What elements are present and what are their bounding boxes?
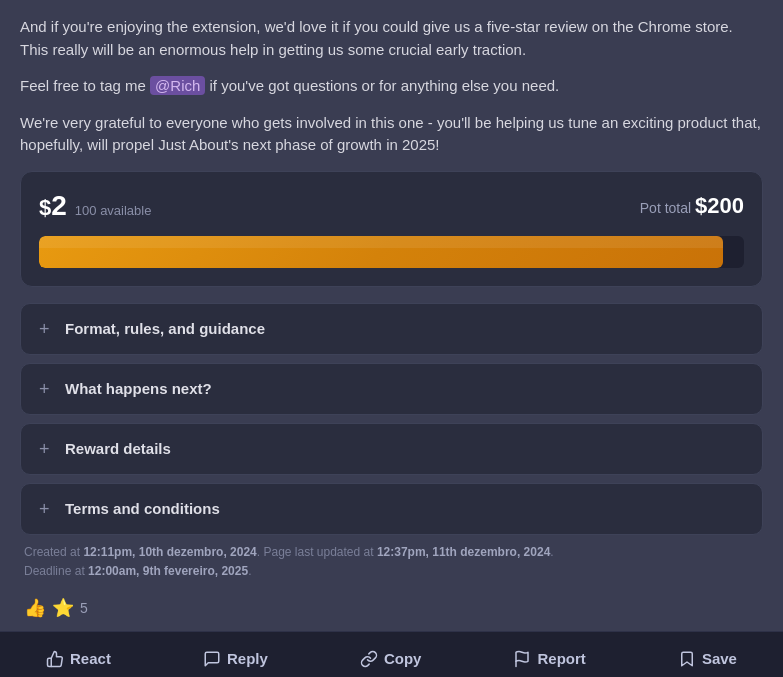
created-time: 12:11pm, 10th dezembro, 2024 bbox=[83, 545, 256, 559]
report-label: Report bbox=[537, 650, 585, 667]
accordion-item-reward[interactable]: + Reward details bbox=[20, 423, 763, 475]
bookmark-icon bbox=[678, 650, 696, 668]
pot-total-amount: $200 bbox=[695, 193, 744, 218]
reactions-row: 👍 ⭐ 5 bbox=[20, 593, 763, 631]
paragraph-2-post: if you've got questions or for anything … bbox=[205, 77, 559, 94]
mention-rich[interactable]: @Rich bbox=[150, 76, 205, 95]
meta-info: Created at 12:11pm, 10th dezembro, 2024.… bbox=[20, 543, 763, 581]
accordion-label-next: What happens next? bbox=[65, 380, 212, 397]
reaction-thumbsup[interactable]: 👍 bbox=[24, 597, 46, 619]
deadline-time: 12:00am, 9th fevereiro, 2025 bbox=[88, 564, 248, 578]
accordion-item-terms[interactable]: + Terms and conditions bbox=[20, 483, 763, 535]
plus-icon-next: + bbox=[39, 380, 55, 398]
accordion-section: + Format, rules, and guidance + What hap… bbox=[20, 303, 763, 535]
reply-label: Reply bbox=[227, 650, 268, 667]
react-label: React bbox=[70, 650, 111, 667]
report-button[interactable]: Report bbox=[501, 642, 597, 676]
main-content: And if you're enjoying the extension, we… bbox=[0, 0, 783, 631]
reaction-star[interactable]: ⭐ bbox=[52, 597, 74, 619]
plus-icon-terms: + bbox=[39, 500, 55, 518]
copy-button[interactable]: Copy bbox=[348, 642, 434, 676]
updated-time: 12:37pm, 11th dezembro, 2024 bbox=[377, 545, 550, 559]
plus-icon-format: + bbox=[39, 320, 55, 338]
reward-dollar-amount: $2 bbox=[39, 190, 67, 222]
progress-bar-container bbox=[39, 236, 744, 268]
link-icon bbox=[360, 650, 378, 668]
accordion-label-terms: Terms and conditions bbox=[65, 500, 220, 517]
reaction-count: 5 bbox=[80, 600, 88, 616]
copy-label: Copy bbox=[384, 650, 422, 667]
pot-total: Pot total $200 bbox=[640, 193, 744, 219]
react-button[interactable]: React bbox=[34, 642, 123, 676]
action-bar: React Reply Copy Report Save bbox=[0, 631, 783, 677]
accordion-label-format: Format, rules, and guidance bbox=[65, 320, 265, 337]
save-label: Save bbox=[702, 650, 737, 667]
thumbs-up-icon bbox=[46, 650, 64, 668]
accordion-item-next[interactable]: + What happens next? bbox=[20, 363, 763, 415]
accordion-item-format[interactable]: + Format, rules, and guidance bbox=[20, 303, 763, 355]
paragraph-2-pre: Feel free to tag me bbox=[20, 77, 150, 94]
reward-header: $2 100 available Pot total $200 bbox=[39, 190, 744, 222]
progress-bar-fill bbox=[39, 236, 723, 268]
paragraph-2: Feel free to tag me @Rich if you've got … bbox=[20, 75, 763, 98]
reward-card: $2 100 available Pot total $200 bbox=[20, 171, 763, 287]
plus-icon-reward: + bbox=[39, 440, 55, 458]
reply-button[interactable]: Reply bbox=[191, 642, 280, 676]
flag-icon bbox=[513, 650, 531, 668]
available-text: 100 available bbox=[75, 203, 152, 218]
paragraph-3: We're very grateful to everyone who gets… bbox=[20, 112, 763, 157]
reward-amount: $2 100 available bbox=[39, 190, 151, 222]
chat-icon bbox=[203, 650, 221, 668]
accordion-label-reward: Reward details bbox=[65, 440, 171, 457]
save-button[interactable]: Save bbox=[666, 642, 749, 676]
paragraph-1: And if you're enjoying the extension, we… bbox=[20, 16, 763, 61]
